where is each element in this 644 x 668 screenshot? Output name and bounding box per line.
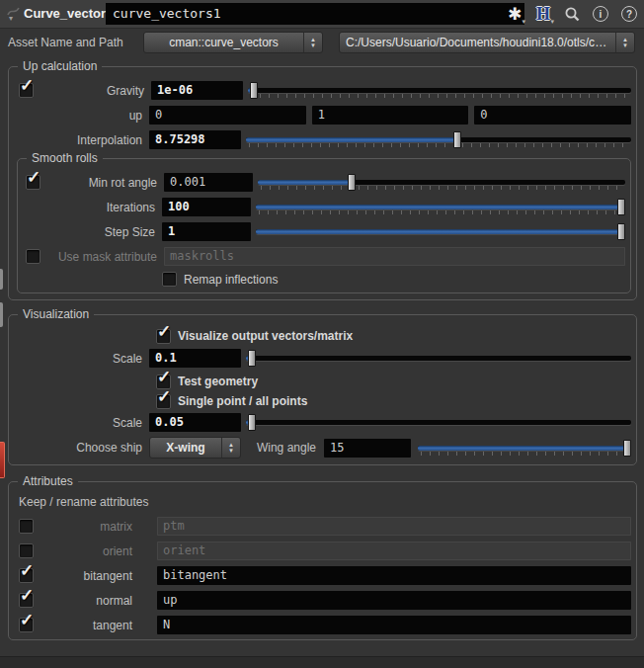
up-x-field[interactable]: 0 xyxy=(149,106,306,125)
group-title: Attributes xyxy=(18,474,78,489)
asset-name-dropdown[interactable]: cman::curve_vectors ▲▼ xyxy=(143,32,323,53)
scale-vectors-slider[interactable] xyxy=(246,349,631,368)
search-icon[interactable] xyxy=(561,3,583,25)
asset-path-dropdown[interactable]: C:/Users/Usuario/Documents/houdini18.0/o… xyxy=(339,32,635,53)
group-title: Up calculation xyxy=(18,59,102,74)
choose-ship-dropdown[interactable]: X-wing ▲▼ xyxy=(149,437,241,459)
up-vector-row: up 0 1 0 xyxy=(19,105,631,125)
test-geometry-row: Test geometry xyxy=(156,373,631,390)
slider-handle[interactable] xyxy=(248,414,256,431)
group-title: Visualization xyxy=(18,307,94,322)
remap-inflections-label: Remap inflections xyxy=(184,273,278,287)
scale-vectors-row: Scale 0.1 xyxy=(19,348,631,369)
iterations-field[interactable]: 100 xyxy=(162,198,251,216)
orient-label: orient xyxy=(34,544,139,558)
scale-vectors-label: Scale xyxy=(32,352,149,366)
group-spine-handle[interactable] xyxy=(0,302,3,327)
scale-ship-field[interactable]: 0.05 xyxy=(149,413,241,432)
tangent-label: tangent xyxy=(34,619,139,632)
min-rot-angle-label: Min rot angle xyxy=(40,176,164,190)
asset-name-spinner[interactable]: ▲▼ xyxy=(303,33,322,52)
visualize-output-label: Visualize output vectors/matrix xyxy=(178,329,353,343)
min-rot-angle-slider[interactable] xyxy=(258,173,625,192)
help-icon[interactable]: ? xyxy=(618,3,640,25)
matrix-checkbox[interactable] xyxy=(19,519,34,534)
houdini-dropdown-arrow: ▾ xyxy=(550,18,554,25)
step-size-slider[interactable] xyxy=(256,222,625,241)
visualize-output-row: Visualize output vectors/matrix xyxy=(156,327,631,345)
slider-handle[interactable] xyxy=(250,82,258,99)
bitangent-attr-row: bitangent bitangent xyxy=(19,565,631,586)
orient-checkbox[interactable] xyxy=(19,543,34,558)
parameter-pane-titlebar: ▾ Curve_vectors curve_vectors1 ✱ ▾ H ▾ i… xyxy=(0,0,644,29)
choose-ship-spinner[interactable]: ▲▼ xyxy=(221,438,240,458)
gear-icon[interactable]: ✱ ▾ xyxy=(504,3,525,25)
asset-name-row: Asset Name and Path cman::curve_vectors … xyxy=(0,28,644,57)
group-visualization: Visualization Visualize output vectors/m… xyxy=(8,314,637,465)
asset-name-label: Asset Name and Path xyxy=(8,36,123,49)
tangent-attr-row: tangent N xyxy=(19,615,631,635)
step-size-label: Step Size xyxy=(39,225,162,239)
iterations-slider[interactable] xyxy=(256,198,625,216)
normal-field[interactable]: up xyxy=(157,591,631,610)
node-icon-dropdown-arrow[interactable]: ▾ xyxy=(9,15,13,23)
scale-ship-slider[interactable] xyxy=(246,413,631,432)
up-y-field[interactable]: 1 xyxy=(312,106,469,125)
use-mask-attribute-field[interactable]: maskrolls xyxy=(164,247,625,266)
single-point-row: Single point / all points xyxy=(156,392,631,410)
group-spine-handle[interactable] xyxy=(0,269,3,290)
interpolation-field[interactable]: 8.75298 xyxy=(149,130,241,149)
node-name-input[interactable]: curve_vectors1 xyxy=(106,3,524,25)
slider-handle[interactable] xyxy=(623,440,631,457)
min-rot-angle-field[interactable]: 0.001 xyxy=(164,173,253,192)
choose-ship-label: Choose ship xyxy=(32,441,149,455)
wing-angle-field[interactable]: 15 xyxy=(324,439,411,458)
parameter-warning-marker[interactable] xyxy=(0,442,5,478)
remap-inflections-checkbox[interactable] xyxy=(162,272,177,287)
node-type-label: Curve_vectors xyxy=(24,6,113,21)
slider-handle[interactable] xyxy=(453,131,461,148)
header-icon-toolbar: ✱ ▾ H ▾ i ? xyxy=(504,0,640,28)
scale-ship-row: Scale 0.05 xyxy=(19,412,631,433)
bitangent-field[interactable]: bitangent xyxy=(157,566,631,585)
group-attributes: Attributes Keep / rename attributes matr… xyxy=(8,481,637,640)
visualize-output-checkbox[interactable] xyxy=(156,329,171,344)
test-geometry-label: Test geometry xyxy=(178,375,258,388)
slider-handle[interactable] xyxy=(248,350,256,367)
matrix-field[interactable]: ptm xyxy=(157,517,631,536)
scale-ship-label: Scale xyxy=(32,416,149,430)
up-z-field[interactable]: 0 xyxy=(474,106,631,125)
interpolation-slider[interactable] xyxy=(246,130,631,149)
group-title: Smooth rolls xyxy=(27,151,103,166)
gravity-row: Gravity 1e-06 xyxy=(19,80,631,101)
wing-angle-slider[interactable] xyxy=(418,439,631,458)
min-rot-angle-row: Min rot angle 0.001 xyxy=(26,172,625,193)
up-label: up xyxy=(32,109,149,123)
use-mask-attribute-checkbox[interactable] xyxy=(26,249,40,264)
matrix-attr-row: matrix ptm xyxy=(19,516,631,537)
asset-path-spinner[interactable]: ▲▼ xyxy=(615,33,634,52)
iterations-row: Iterations 100 xyxy=(26,197,625,217)
use-mask-attribute-label: Use mask attribute xyxy=(40,250,164,264)
tangent-field[interactable]: N xyxy=(157,616,631,634)
slider-handle[interactable] xyxy=(617,199,625,215)
bottom-strip xyxy=(0,656,644,668)
slider-handle[interactable] xyxy=(617,223,625,240)
bitangent-checkbox[interactable] xyxy=(19,568,34,583)
use-mask-attribute-row: Use mask attribute maskrolls xyxy=(26,246,625,267)
orient-attr-row: orient orient xyxy=(19,541,631,561)
scale-vectors-field[interactable]: 0.1 xyxy=(149,349,241,368)
gravity-slider[interactable] xyxy=(248,81,631,100)
tangent-checkbox[interactable] xyxy=(19,618,34,632)
slider-handle[interactable] xyxy=(348,174,356,191)
step-size-field[interactable]: 1 xyxy=(162,222,251,241)
info-icon[interactable]: i xyxy=(590,3,611,25)
gravity-checkbox[interactable] xyxy=(19,83,34,98)
min-rot-angle-checkbox[interactable] xyxy=(26,175,40,190)
houdini-logo-icon[interactable]: H ▾ xyxy=(532,3,554,25)
normal-checkbox[interactable] xyxy=(19,593,34,608)
interpolation-label: Interpolation xyxy=(32,133,149,147)
single-point-checkbox[interactable] xyxy=(156,394,171,409)
gravity-field[interactable]: 1e-06 xyxy=(151,81,243,100)
orient-field[interactable]: orient xyxy=(157,542,631,560)
